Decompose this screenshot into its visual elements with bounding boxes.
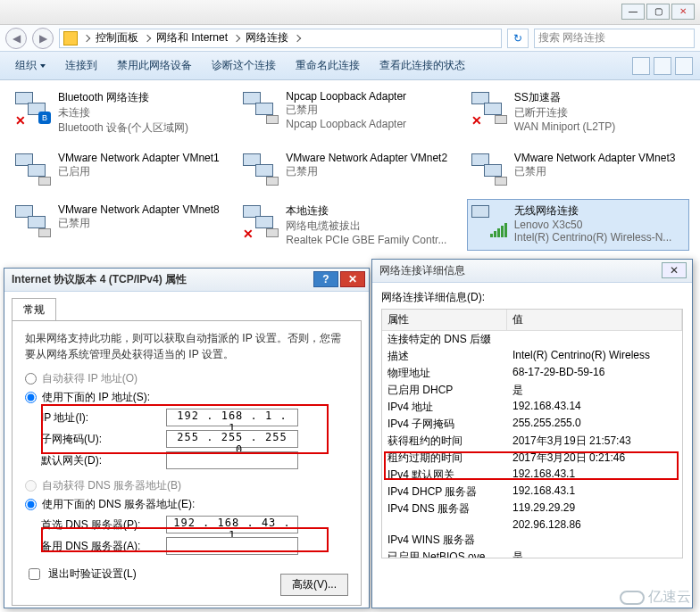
- details-row[interactable]: 202.96.128.86: [382, 517, 682, 532]
- connection-status: 已禁用: [58, 216, 220, 231]
- radio-manual-ip[interactable]: [25, 392, 37, 403]
- details-property: 已启用 DHCP: [382, 382, 507, 399]
- details-row[interactable]: IPv4 WINS 服务器: [382, 532, 682, 549]
- details-row[interactable]: IPv4 DNS 服务器119.29.29.29: [382, 500, 682, 517]
- details-property: 获得租约的时间: [382, 433, 507, 450]
- details-value: 68-17-29-BD-59-16: [507, 365, 682, 382]
- radio-auto-ip[interactable]: [25, 373, 37, 385]
- connection-name: VMware Network Adapter VMnet2: [286, 152, 447, 164]
- toolbar-disable[interactable]: 禁用此网络设备: [109, 54, 200, 78]
- connection-name: SS加速器: [514, 90, 616, 105]
- dialog-help-button[interactable]: ?: [313, 271, 338, 287]
- view-icon-2[interactable]: [654, 57, 671, 75]
- connection-status: 未连接: [58, 105, 188, 120]
- connection-item[interactable]: VMware Network Adapter VMnet3已禁用: [467, 147, 689, 192]
- search-input[interactable]: 搜索 网络连接: [534, 29, 695, 48]
- connection-item[interactable]: 无线网络连接Lenovo X3c50Intel(R) Centrino(R) W…: [467, 199, 689, 251]
- subnet-mask-input[interactable]: 255 . 255 . 255 . 0: [166, 430, 298, 448]
- radio-auto-ip-label: 自动获得 IP 地址(O): [42, 371, 138, 386]
- details-value: 119.29.29.29: [507, 500, 682, 517]
- connection-device: Realtek PCIe GBE Family Contr...: [286, 234, 446, 246]
- connection-details-dialog: 网络连接详细信息 ✕ 网络连接详细信息(D): 属性 值 连接特定的 DNS 后…: [371, 259, 693, 608]
- window-minimize[interactable]: —: [621, 4, 645, 20]
- folder-icon: [63, 31, 78, 45]
- network-adapter-icon: ✕: [243, 203, 280, 239]
- connections-list: ✕BBluetooth 网络连接未连接Bluetooth 设备(个人区域网)Np…: [0, 80, 700, 263]
- tab-general[interactable]: 常规: [12, 298, 56, 321]
- ip-address-input[interactable]: 192 . 168 . 1 . 1: [166, 409, 298, 426]
- connection-item[interactable]: ✕SS加速器已断开连接WAN Miniport (L2TP): [467, 86, 689, 140]
- details-row[interactable]: 连接特定的 DNS 后缀: [382, 331, 682, 348]
- window-maximize[interactable]: ▢: [646, 4, 670, 20]
- window-titlebar: — ▢ ✕: [0, 0, 700, 25]
- dialog-title-text: Internet 协议版本 4 (TCP/IPv4) 属性: [12, 272, 187, 287]
- details-dialog-close-button[interactable]: ✕: [662, 262, 687, 278]
- connection-status: 网络电缆被拔出: [286, 219, 446, 234]
- dns1-input[interactable]: 192 . 168 . 43 . 1: [166, 516, 298, 533]
- connection-item[interactable]: ✕BBluetooth 网络连接未连接Bluetooth 设备(个人区域网): [11, 86, 233, 140]
- details-property: 描述: [382, 348, 507, 365]
- details-dialog-title-text: 网络连接详细信息: [379, 263, 465, 278]
- details-property: IPv4 WINS 服务器: [382, 532, 507, 549]
- crumb-item[interactable]: 网络和 Internet: [156, 30, 228, 45]
- details-row[interactable]: IPv4 默认网关192.168.43.1: [382, 467, 682, 484]
- dns2-input[interactable]: [166, 537, 298, 555]
- connection-status: 已禁用: [286, 103, 406, 118]
- details-col-property[interactable]: 属性: [382, 310, 507, 330]
- crumb-item[interactable]: 网络连接: [246, 30, 288, 45]
- details-grid-label: 网络连接详细信息(D):: [381, 290, 683, 305]
- network-adapter-icon: [15, 203, 53, 239]
- details-row[interactable]: IPv4 DHCP 服务器192.168.43.1: [382, 484, 682, 500]
- details-value: 192.168.43.1: [507, 467, 682, 484]
- details-value: Intel(R) Centrino(R) Wireless: [507, 348, 682, 365]
- details-value: [507, 331, 682, 348]
- network-adapter-icon: ✕B: [15, 90, 53, 126]
- validate-checkbox[interactable]: [29, 568, 40, 580]
- toolbar-organize[interactable]: 组织: [7, 54, 54, 78]
- nav-forward-button[interactable]: ▶: [32, 28, 54, 49]
- dialog-close-button[interactable]: ✕: [340, 271, 365, 287]
- crumb-item[interactable]: 控制面板: [96, 30, 138, 45]
- details-property: IPv4 默认网关: [382, 467, 507, 484]
- details-value: 是: [507, 382, 682, 399]
- toolbar-viewstatus[interactable]: 查看此连接的状态: [371, 54, 473, 78]
- breadcrumb[interactable]: 控制面板 网络和 Internet 网络连接: [59, 29, 502, 48]
- connection-item[interactable]: VMware Network Adapter VMnet2已禁用: [238, 147, 461, 192]
- help-icon[interactable]: [675, 57, 693, 75]
- details-row[interactable]: 已启用 DHCP是: [382, 382, 682, 399]
- details-col-value[interactable]: 值: [507, 310, 682, 330]
- connection-item[interactable]: VMware Network Adapter VMnet1已启用: [11, 147, 233, 192]
- details-property: IPv4 子网掩码: [382, 416, 507, 433]
- view-icon-1[interactable]: [632, 57, 650, 75]
- connection-status: 已禁用: [286, 164, 447, 179]
- connection-item[interactable]: Npcap Loopback Adapter已禁用Npcap Loopback …: [238, 86, 461, 140]
- toolbar-diagnose[interactable]: 诊断这个连接: [204, 54, 284, 78]
- details-value: 202.96.128.86: [507, 517, 682, 532]
- details-property: IPv4 地址: [382, 399, 507, 416]
- connection-item[interactable]: ✕本地连接网络电缆被拔出Realtek PCIe GBE Family Cont…: [238, 199, 461, 251]
- network-adapter-icon: [471, 203, 509, 239]
- details-row[interactable]: IPv4 子网掩码255.255.255.0: [382, 416, 682, 433]
- radio-manual-dns[interactable]: [25, 499, 37, 510]
- watermark-text: 亿速云: [648, 588, 691, 607]
- details-row[interactable]: 描述Intel(R) Centrino(R) Wireless: [382, 348, 682, 365]
- radio-manual-dns-label: 使用下面的 DNS 服务器地址(E):: [42, 497, 195, 512]
- network-adapter-icon: [243, 152, 280, 187]
- toolbar-connect[interactable]: 连接到: [57, 54, 105, 78]
- connection-item[interactable]: VMware Network Adapter VMnet8已禁用: [11, 199, 233, 251]
- advanced-button[interactable]: 高级(V)...: [280, 574, 348, 596]
- toolbar-rename[interactable]: 重命名此连接: [288, 54, 368, 78]
- radio-manual-ip-label: 使用下面的 IP 地址(S):: [42, 390, 150, 405]
- details-row[interactable]: IPv4 地址192.168.43.14: [382, 399, 682, 416]
- connection-device: Intel(R) Centrino(R) Wireless-N...: [514, 231, 672, 244]
- window-close[interactable]: ✕: [671, 4, 695, 20]
- details-row[interactable]: 获得租约的时间2017年3月19日 21:57:43: [382, 433, 682, 450]
- refresh-button[interactable]: ↻: [507, 29, 529, 48]
- details-row[interactable]: 物理地址68-17-29-BD-59-16: [382, 365, 682, 382]
- details-row[interactable]: 租约过期的时间2017年3月20日 0:21:46: [382, 450, 682, 467]
- network-adapter-icon: [471, 152, 509, 187]
- gateway-input[interactable]: [166, 451, 298, 469]
- nav-back-button[interactable]: ◀: [5, 28, 27, 49]
- watermark: 亿速云: [620, 588, 691, 607]
- details-row[interactable]: 已启用 NetBIOS ove...是: [382, 549, 682, 558]
